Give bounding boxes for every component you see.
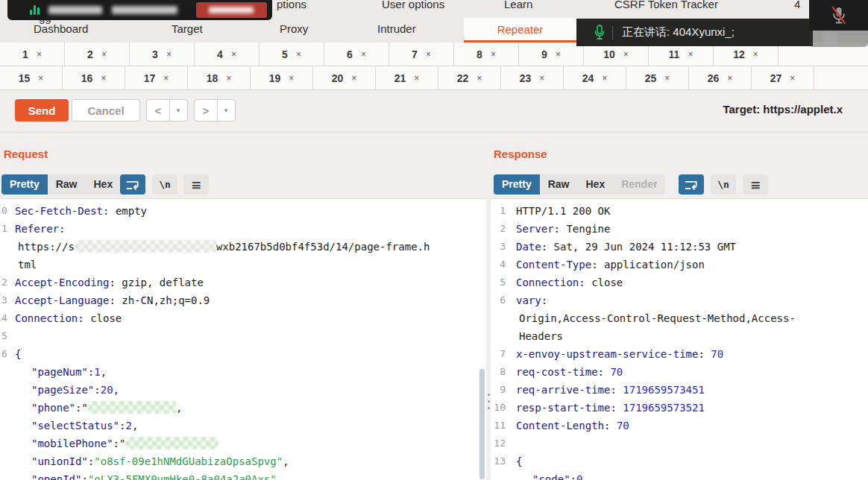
- menu-tab-learn[interactable]: Learn: [504, 0, 532, 10]
- code-token: "o8sf-09e1hNMdGUabizaOpsaSpvg": [94, 455, 283, 467]
- code-token: 1719659573521: [623, 402, 705, 414]
- repeater-tab-18[interactable]: 18×: [188, 66, 251, 89]
- repeater-tab-25[interactable]: 25×: [626, 66, 689, 89]
- repeater-tab-2[interactable]: 2×: [65, 42, 130, 66]
- tab-close-icon[interactable]: ×: [477, 73, 482, 83]
- tab-close-icon[interactable]: ×: [491, 49, 496, 60]
- repeater-tab-5[interactable]: 5×: [260, 42, 324, 66]
- forward-request-button[interactable]: > ▾: [194, 99, 236, 121]
- stop-sharing-button[interactable]: [196, 2, 267, 18]
- code-line: 4Connection: close: [0, 309, 486, 327]
- repeater-tab-1[interactable]: 1×: [0, 42, 65, 66]
- tab-dashboard[interactable]: Dashboard: [34, 22, 88, 35]
- response-newline-toggle-button[interactable]: \n: [711, 174, 736, 195]
- code-line: 6vary:: [491, 291, 868, 309]
- tab-close-icon[interactable]: ×: [37, 49, 42, 60]
- tab-close-icon[interactable]: ×: [101, 49, 107, 60]
- tab-proxy[interactable]: Proxy: [280, 22, 308, 35]
- repeater-tab-8[interactable]: 8×: [454, 42, 519, 66]
- repeater-tab-4[interactable]: 4×: [195, 42, 260, 66]
- request-menu-button[interactable]: ≡: [183, 174, 209, 195]
- tab-close-icon[interactable]: ×: [426, 49, 431, 60]
- repeater-tab-16[interactable]: 16×: [63, 66, 125, 89]
- repeater-tab-19[interactable]: 19×: [251, 66, 313, 89]
- menu-tab-user-options[interactable]: User options: [382, 0, 444, 10]
- tab-target[interactable]: Target: [172, 22, 203, 35]
- cancel-button[interactable]: Cancel: [72, 99, 140, 121]
- repeater-tab-21[interactable]: 21×: [376, 66, 438, 89]
- tab-close-icon[interactable]: ×: [361, 49, 366, 60]
- response-menu-button[interactable]: ≡: [743, 174, 768, 195]
- repeater-tab-15[interactable]: 15×: [0, 66, 63, 89]
- code-token: ,: [113, 384, 119, 396]
- chevron-down-icon[interactable]: ▾: [218, 107, 234, 114]
- request-wrap-lines-button[interactable]: [120, 174, 145, 195]
- tab-close-icon[interactable]: ×: [38, 73, 43, 83]
- repeater-tab-20[interactable]: 20×: [313, 66, 376, 89]
- repeater-tab-26[interactable]: 26×: [689, 66, 752, 89]
- tab-close-icon[interactable]: ×: [664, 73, 670, 83]
- request-scrollbar-thumb[interactable]: [479, 369, 485, 479]
- request-tab-pretty[interactable]: Pretty: [1, 174, 48, 195]
- request-tab-raw[interactable]: Raw: [48, 174, 86, 195]
- tab-close-icon[interactable]: ×: [289, 73, 294, 83]
- menu-tab-csrf-token-tracker[interactable]: CSRF Token Tracker: [614, 0, 718, 10]
- repeater-tab-23[interactable]: 23×: [501, 66, 564, 89]
- code-token: 20: [101, 384, 113, 396]
- response-tab-raw[interactable]: Raw: [540, 174, 578, 195]
- code-token: :: [610, 384, 623, 396]
- tab-intruder[interactable]: Intruder: [377, 22, 416, 35]
- tab-close-icon[interactable]: ×: [231, 49, 236, 60]
- request-tab-hex[interactable]: Hex: [85, 174, 121, 195]
- repeater-tab-27[interactable]: 27×: [752, 66, 814, 89]
- newline-glyph: \n: [717, 179, 729, 190]
- tab-number: 10: [603, 48, 615, 60]
- tab-close-icon[interactable]: ×: [166, 49, 172, 60]
- response-viewer[interactable]: 1HTTP/1.1 200 OK2Server: Tengine3Date: S…: [491, 198, 868, 480]
- tab-close-icon[interactable]: ×: [753, 49, 758, 60]
- tab-close-icon[interactable]: ×: [351, 73, 356, 83]
- request-newline-toggle-button[interactable]: \n: [152, 174, 177, 195]
- menu-tab-project-options[interactable]: ptions: [277, 0, 306, 10]
- code-token: req-arrive-time: [516, 384, 610, 396]
- tab-close-icon[interactable]: ×: [688, 49, 693, 60]
- repeater-tab-17[interactable]: 17×: [125, 66, 188, 89]
- chevron-down-icon[interactable]: ▾: [170, 107, 186, 114]
- microphone-muted-icon: [829, 5, 849, 26]
- tab-close-icon[interactable]: ×: [602, 73, 607, 83]
- tab-close-icon[interactable]: ×: [539, 73, 544, 83]
- tab-close-icon[interactable]: ×: [414, 73, 419, 83]
- mute-indicator[interactable]: [809, 0, 868, 31]
- tab-close-icon[interactable]: ×: [556, 49, 561, 60]
- code-line: Headers: [491, 327, 868, 345]
- tab-close-icon[interactable]: ×: [101, 73, 106, 83]
- tab-close-icon[interactable]: ×: [623, 49, 629, 60]
- tab-close-icon[interactable]: ×: [727, 73, 732, 83]
- repeater-tab-3[interactable]: 3×: [130, 42, 195, 66]
- tab-close-icon[interactable]: ×: [296, 49, 301, 60]
- tab-close-icon[interactable]: ×: [790, 73, 795, 83]
- code-line: 5Connection: close: [491, 274, 868, 291]
- code-line: tml: [0, 256, 486, 274]
- back-request-button[interactable]: < ▾: [146, 99, 188, 121]
- menu-tab-partial[interactable]: 4: [794, 0, 800, 10]
- code-token: "selectStatus": [31, 420, 119, 432]
- code-line: "code":0: [491, 470, 868, 480]
- tab-close-icon[interactable]: ×: [226, 73, 231, 83]
- send-button[interactable]: Send: [15, 99, 69, 121]
- response-tab-pretty[interactable]: Pretty: [494, 174, 540, 195]
- request-editor[interactable]: 0Sec-Fetch-Dest: empty1Referer:https://s…: [0, 198, 486, 480]
- repeater-tab-6[interactable]: 6×: [324, 42, 389, 66]
- response-wrap-lines-button[interactable]: [679, 174, 704, 195]
- tab-repeater[interactable]: Repeater: [464, 18, 576, 42]
- tab-number: 17: [144, 72, 156, 84]
- repeater-tab-22[interactable]: 22×: [438, 66, 501, 89]
- speaking-status-text: 正在讲话: 404Xyunxi_;: [622, 25, 735, 40]
- repeater-tab-24[interactable]: 24×: [564, 66, 626, 89]
- tab-close-icon[interactable]: ×: [163, 73, 169, 83]
- line-number: [0, 363, 12, 381]
- response-tab-hex[interactable]: Hex: [577, 174, 613, 195]
- code-token: vary: [516, 294, 541, 306]
- repeater-tab-9[interactable]: 9×: [519, 42, 584, 66]
- repeater-tab-7[interactable]: 7×: [389, 42, 454, 66]
